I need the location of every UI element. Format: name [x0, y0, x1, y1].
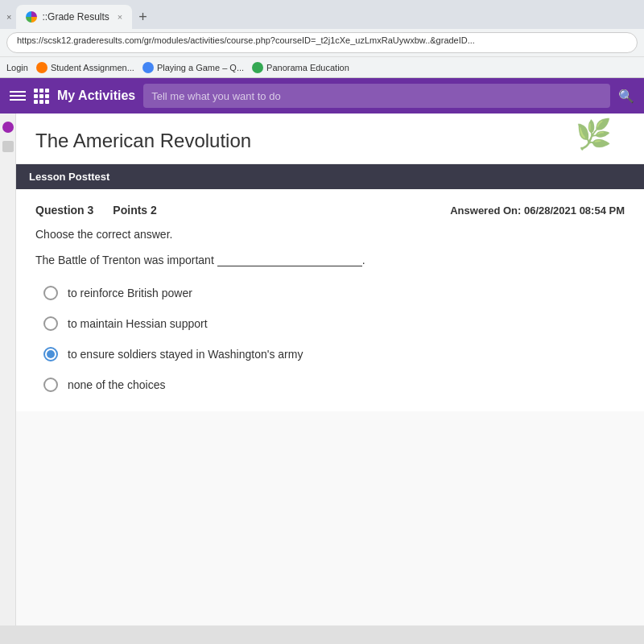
tab-close-x[interactable]: ×: [118, 12, 122, 22]
answer-option-2[interactable]: to maintain Hessian support: [43, 316, 625, 331]
answer-options: to reinforce British power to maintain H…: [35, 286, 625, 392]
main-content: The American Revolution 🌿 Lesson Posttes…: [16, 114, 644, 625]
browser-chrome: × ::Grade Results × + https://scsk12.gra…: [0, 0, 644, 78]
bookmark-student-label: Student Assignmen...: [51, 63, 134, 72]
answer-option-1[interactable]: to reinforce British power: [43, 286, 625, 300]
question-card: Question 3 Points 2 Answered On: 06/28/2…: [16, 189, 644, 411]
radio-button-2[interactable]: [43, 316, 58, 331]
section-header: Lesson Posttest: [16, 164, 644, 189]
question-meta-left: Question 3 Points 2: [35, 204, 157, 217]
radio-button-3[interactable]: [43, 347, 58, 361]
answer-option-3[interactable]: to ensure soldiers stayed in Washington'…: [43, 347, 625, 361]
bookmark-login-label: Login: [6, 63, 28, 72]
bookmark-login[interactable]: Login: [6, 63, 28, 72]
address-bar-row: https://scsk12.graderesults.com/gr/modul…: [0, 29, 644, 56]
instruction-text: Choose the correct answer.: [35, 228, 625, 241]
answer-option-3-text: to ensure soldiers stayed in Washington'…: [68, 348, 303, 361]
page-title-bar: The American Revolution 🌿: [16, 114, 644, 164]
app-header: My Activities 🔍: [0, 78, 644, 114]
bookmark-panorama-icon: [252, 62, 263, 73]
apps-grid-icon[interactable]: [34, 89, 49, 104]
question-meta: Question 3 Points 2 Answered On: 06/28/2…: [35, 204, 625, 217]
answer-option-4[interactable]: none of the choices: [43, 378, 625, 392]
header-my-activities-label: My Activities: [57, 89, 135, 103]
section-label: Lesson Posttest: [29, 171, 109, 183]
bookmark-game[interactable]: Playing a Game – Q...: [142, 62, 244, 73]
answer-option-2-text: to maintain Hessian support: [68, 317, 208, 330]
question-text: The Battle of Trenton was important.: [35, 254, 625, 266]
main-layout: The American Revolution 🌿 Lesson Posttes…: [0, 114, 644, 625]
bookmark-panorama-label: Panorama Education: [266, 63, 349, 72]
page-title: The American Revolution: [35, 130, 625, 152]
active-tab[interactable]: ::Grade Results ×: [16, 5, 132, 29]
radio-button-1[interactable]: [43, 286, 58, 300]
search-button[interactable]: 🔍: [618, 89, 634, 104]
close-tab-button[interactable]: ×: [6, 12, 11, 22]
answer-option-1-text: to reinforce British power: [68, 287, 192, 299]
address-bar[interactable]: https://scsk12.graderesults.com/gr/modul…: [6, 32, 638, 53]
bookmarks-bar: Login Student Assignmen... Playing a Gam…: [0, 56, 644, 77]
hamburger-menu-button[interactable]: [10, 91, 26, 101]
hamburger-line-2: [10, 95, 26, 97]
question-points: Points 2: [113, 204, 156, 217]
bookmark-game-label: Playing a Game – Q...: [157, 63, 244, 72]
sidebar-trophy-icon: [2, 122, 14, 133]
answered-on: Answered On: 06/28/2021 08:54 PM: [450, 204, 625, 217]
question-number: Question 3: [35, 204, 93, 217]
hamburger-line-1: [10, 91, 26, 93]
bookmark-student[interactable]: Student Assignmen...: [36, 62, 134, 73]
tab-bar: × ::Grade Results × +: [0, 0, 644, 29]
radio-selected-indicator: [47, 350, 55, 358]
radio-button-4[interactable]: [43, 378, 58, 392]
bookmark-game-icon: [142, 62, 154, 73]
blank-line: [217, 266, 362, 266]
left-sidebar: [0, 114, 16, 625]
decorative-plant: 🌿: [576, 118, 612, 151]
sidebar-nav-icon: [2, 141, 14, 152]
header-search-input[interactable]: [143, 84, 610, 108]
bookmark-panorama[interactable]: Panorama Education: [252, 62, 349, 73]
tab-title: ::Grade Results: [42, 11, 109, 23]
hamburger-line-3: [10, 99, 26, 101]
new-tab-button[interactable]: +: [138, 9, 147, 26]
bookmark-student-icon: [36, 62, 47, 73]
tab-favicon: [26, 11, 37, 23]
answer-option-4-text: none of the choices: [68, 378, 165, 391]
